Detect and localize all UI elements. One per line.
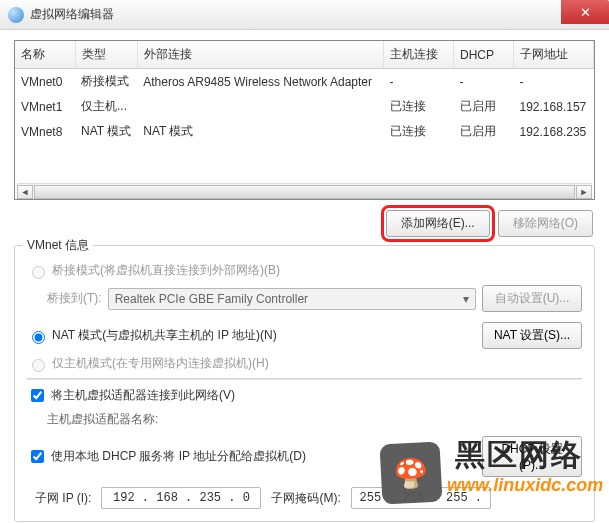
scroll-right-icon[interactable]: ► [576, 185, 592, 199]
dhcp-checkbox[interactable] [31, 450, 44, 463]
bridge-combo-text: Realtek PCIe GBE Family Controller [115, 292, 308, 306]
cell: VMnet8 [15, 119, 75, 144]
subnet-ip-label: 子网 IP (I): [35, 490, 91, 507]
subnet-mask-label: 子网掩码(M): [271, 490, 340, 507]
chevron-down-icon: ▾ [463, 292, 469, 306]
cell: 已启用 [454, 119, 514, 144]
subnet-mask-field[interactable]: 255 . 255 . 255 . [351, 487, 491, 509]
table-header-row: 名称 类型 外部连接 主机连接 DHCP 子网地址 [15, 41, 594, 69]
add-network-button[interactable]: 添加网络(E)... [386, 210, 490, 237]
hostonly-label: 仅主机模式(在专用网络内连接虚拟机)(H) [52, 355, 269, 372]
scroll-left-icon[interactable]: ◄ [17, 185, 33, 199]
group-title: VMnet 信息 [23, 237, 93, 254]
table-row[interactable]: VMnet1 仅主机... 已连接 已启用 192.168.157 [15, 94, 594, 119]
bridge-radio[interactable] [32, 266, 45, 279]
cell: 已连接 [384, 119, 454, 144]
cell: 192.168.235 [514, 119, 594, 144]
titlebar: 虚拟网络编辑器 ✕ [0, 0, 609, 30]
cell: 已连接 [384, 94, 454, 119]
cell: 192.168.157 [514, 94, 594, 119]
table-row[interactable]: VMnet0 桥接模式 Atheros AR9485 Wireless Netw… [15, 69, 594, 95]
cell: - [384, 69, 454, 95]
hostonly-radio[interactable] [32, 359, 45, 372]
col-type[interactable]: 类型 [75, 41, 137, 69]
col-name[interactable]: 名称 [15, 41, 75, 69]
auto-settings-button[interactable]: 自动设置(U)... [482, 285, 582, 312]
adapter-name-label: 主机虚拟适配器名称: [47, 411, 582, 428]
table-row[interactable]: VMnet8 NAT 模式 NAT 模式 已连接 已启用 192.168.235 [15, 119, 594, 144]
cell: - [514, 69, 594, 95]
cell: NAT 模式 [137, 119, 383, 144]
nat-radio[interactable] [32, 331, 45, 344]
cell: VMnet0 [15, 69, 75, 95]
divider [27, 378, 582, 380]
subnet-ip-field[interactable]: 192 . 168 . 235 . 0 [101, 487, 261, 509]
cell: VMnet1 [15, 94, 75, 119]
col-subnet[interactable]: 子网地址 [514, 41, 594, 69]
window-title: 虚拟网络编辑器 [30, 6, 114, 23]
cell: 桥接模式 [75, 69, 137, 95]
col-host[interactable]: 主机连接 [384, 41, 454, 69]
col-dhcp[interactable]: DHCP [454, 41, 514, 69]
network-table[interactable]: 名称 类型 外部连接 主机连接 DHCP 子网地址 VMnet0 桥接模式 At… [14, 40, 595, 200]
cell: 仅主机... [75, 94, 137, 119]
col-external[interactable]: 外部连接 [137, 41, 383, 69]
cell: Atheros AR9485 Wireless Network Adapter [137, 69, 383, 95]
connect-host-label: 将主机虚拟适配器连接到此网络(V) [51, 387, 235, 404]
cell: - [454, 69, 514, 95]
remove-network-button[interactable]: 移除网络(O) [498, 210, 593, 237]
nat-settings-button[interactable]: NAT 设置(S)... [482, 322, 582, 349]
vmnet-info-group: VMnet 信息 桥接模式(将虚拟机直接连接到外部网络)(B) 桥接到(T): … [14, 245, 595, 522]
cell: 已启用 [454, 94, 514, 119]
close-icon: ✕ [580, 5, 591, 20]
horizontal-scrollbar[interactable]: ◄ ► [17, 183, 592, 199]
connect-host-checkbox[interactable] [31, 389, 44, 402]
bridge-label: 桥接模式(将虚拟机直接连接到外部网络)(B) [52, 262, 280, 279]
cell [137, 94, 383, 119]
scroll-track[interactable] [34, 185, 575, 199]
cell: NAT 模式 [75, 119, 137, 144]
dhcp-settings-button[interactable]: DHCP 设置(P)... [482, 436, 582, 477]
dhcp-label: 使用本地 DHCP 服务将 IP 地址分配给虚拟机(D) [51, 448, 306, 465]
bridge-to-label: 桥接到(T): [47, 290, 102, 307]
bridge-combo[interactable]: Realtek PCIe GBE Family Controller ▾ [108, 288, 476, 310]
app-icon [8, 7, 24, 23]
close-button[interactable]: ✕ [561, 0, 609, 24]
nat-label: NAT 模式(与虚拟机共享主机的 IP 地址)(N) [52, 327, 277, 344]
scroll-thumb[interactable] [34, 185, 575, 199]
